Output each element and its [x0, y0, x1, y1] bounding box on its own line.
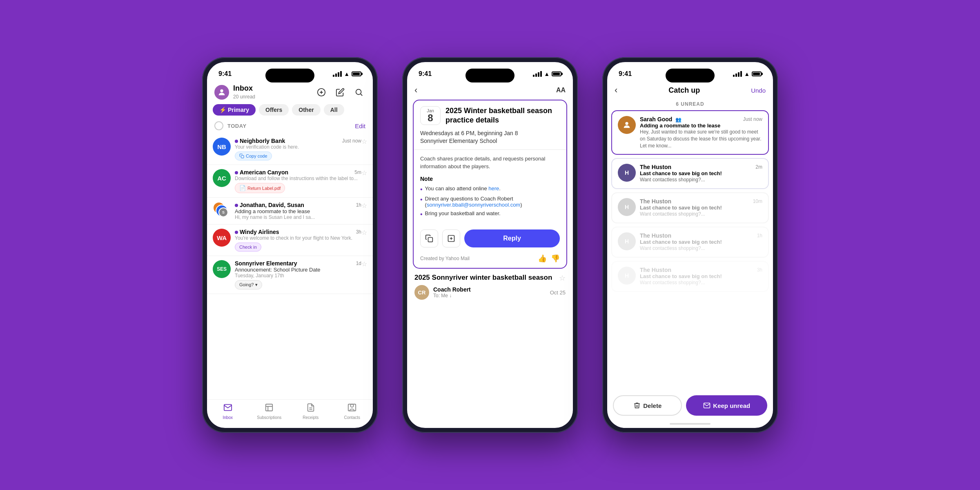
select-circle[interactable]	[214, 121, 223, 130]
search-icon[interactable]	[352, 86, 365, 99]
user-avatar[interactable]	[214, 85, 229, 100]
catchup-content-huston-1: The Huston 2m Last chance to save big on…	[640, 164, 762, 183]
catchup-time: 2m	[755, 164, 762, 170]
battery-icon	[552, 71, 561, 76]
catchup-back-button[interactable]: ‹	[615, 85, 617, 96]
catchup-avatar-huston-4: H	[618, 267, 636, 285]
catchup-title: Catch up	[668, 86, 700, 95]
star-icon[interactable]: ☆	[361, 169, 367, 177]
original-meta: CR Coach Robert To: Me ↓ Oct 25	[414, 285, 566, 300]
card-actions: Reply	[414, 225, 566, 252]
catchup-top: The Huston 1h	[640, 232, 762, 239]
screen-2: 9:41 ▲ ‹ AA Jan 8 2025	[407, 62, 573, 428]
compose-icon[interactable]	[315, 86, 328, 99]
status-icons-2: ▲	[533, 71, 561, 77]
screen-1: 9:41 ▲ Inbox 20 unread	[207, 62, 373, 428]
email-content-jds: Jonathan, David, Susan 1h Adding a roomm…	[235, 202, 361, 220]
catchup-content-huston-4: The Huston 3h Last chance to save big on…	[640, 267, 762, 286]
catchup-subject: Last chance to save big on tech!	[640, 239, 762, 245]
undo-button[interactable]: Undo	[751, 87, 766, 94]
card-title: 2025 Winter basketball season practice d…	[445, 106, 560, 125]
bullet-dot: •	[420, 210, 423, 218]
nav-contacts[interactable]: Contacts	[332, 403, 373, 420]
email-item-american[interactable]: AC American Canyon 5m Download and follo…	[207, 165, 373, 198]
catchup-item-huston-4[interactable]: H The Huston 3h Last chance to save big …	[611, 261, 769, 292]
inbox-title: Inbox	[233, 84, 255, 93]
phone-3: 9:41 ▲ ‹ Catch up Undo 6 UNREAD	[602, 57, 778, 433]
email-item-jds[interactable]: J D S Jonathan, David, Susan 1h Adding a…	[207, 198, 373, 225]
email-content-windy: Windy Airlines 3h You're welcome to chec…	[235, 229, 361, 252]
email-meta: ☆	[361, 169, 367, 177]
inbox-title-row: Inbox 20 unread	[214, 84, 255, 100]
font-size-button[interactable]: AA	[556, 87, 566, 94]
bullet-dot: •	[420, 185, 423, 193]
star-icon[interactable]: ☆	[361, 229, 367, 236]
edit-button[interactable]: Edit	[355, 122, 365, 129]
svg-point-17	[625, 122, 628, 125]
bullet-1: • You can also attend online here.	[420, 185, 560, 193]
edit-icon[interactable]	[334, 86, 347, 99]
email-item-windy[interactable]: WA Windy Airlines 3h You're welcome to c…	[207, 225, 373, 256]
catchup-preview: Want contactless shopping?...	[640, 245, 762, 252]
avatar-american: AC	[213, 169, 231, 187]
star-icon[interactable]: ☆	[361, 260, 367, 268]
reply-button[interactable]: Reply	[464, 229, 560, 247]
tab-all[interactable]: All	[324, 104, 344, 116]
email-item-neighborly[interactable]: NB Neighborly Bank Just now Your verific…	[207, 134, 373, 165]
subscriptions-nav-icon	[265, 403, 274, 414]
inbox-subtitle: 20 unread	[233, 94, 255, 100]
chip-copy-code[interactable]: Copy code	[235, 151, 272, 160]
nav-receipts[interactable]: Receipts	[290, 403, 332, 420]
catchup-preview: Want contactless shopping?...	[640, 211, 762, 218]
phone-1: 9:41 ▲ Inbox 20 unread	[202, 57, 378, 433]
card-top: Jan 8 2025 Winter basketball season prac…	[414, 100, 566, 129]
bullet-text-1: You can also attend online here.	[425, 185, 501, 192]
status-icons-1: ▲	[333, 71, 361, 77]
tab-offers[interactable]: Offers	[259, 104, 289, 116]
email-preview: Tuesday, January 17th	[235, 273, 361, 278]
copy-action-button[interactable]	[420, 229, 438, 247]
email-content-neighborly: Neighborly Bank Just now Your verificati…	[235, 138, 361, 160]
catchup-content-sarah: Sarah Good 👥 Just now Adding a roommate …	[640, 116, 762, 149]
chip-return-label[interactable]: 📄 Return Label.pdf	[235, 183, 285, 193]
catchup-subject: Last chance to save big on tech!	[640, 273, 762, 279]
bullet-text-3: Bring your basketball and water.	[425, 210, 501, 216]
catchup-item-sarah[interactable]: Sarah Good 👥 Just now Adding a roommate …	[611, 110, 769, 155]
email-preview: You're welcome to check in for your flig…	[235, 235, 361, 241]
delete-button[interactable]: Delete	[613, 395, 682, 416]
thumbs-down-icon[interactable]: 👎	[551, 254, 560, 263]
home-bar	[670, 423, 710, 425]
star-icon[interactable]: ☆	[361, 138, 367, 145]
inbox-nav-label: Inbox	[223, 415, 233, 420]
catchup-item-huston-3[interactable]: H The Huston 1h Last chance to save big …	[611, 227, 769, 258]
catchup-name: The Huston	[640, 164, 671, 170]
signal-icon	[533, 71, 542, 77]
keep-unread-button[interactable]: Keep unread	[686, 395, 767, 416]
here-link[interactable]: here	[488, 185, 499, 192]
chip-check-in[interactable]: Check in	[235, 243, 261, 252]
catchup-name: The Huston	[640, 198, 671, 205]
catchup-subject: Last chance to save big on tech!	[640, 205, 762, 211]
original-star-icon[interactable]: ☆	[559, 274, 566, 283]
add-action-button[interactable]	[442, 229, 460, 247]
inbox-tabs: ⚡ Primary Offers Other All	[207, 104, 373, 120]
back-button[interactable]: ‹	[414, 85, 417, 96]
tab-primary[interactable]: ⚡ Primary	[213, 104, 256, 116]
nav-inbox[interactable]: Inbox	[207, 403, 249, 420]
email-item-sonnyriver[interactable]: SES Sonnyriver Elementary 1d Announcemen…	[207, 256, 373, 294]
chip-going[interactable]: Going? ▾	[235, 280, 262, 290]
catchup-top: The Huston 2m	[640, 164, 762, 170]
tab-other[interactable]: Other	[292, 104, 320, 116]
wifi-icon: ▲	[544, 71, 550, 77]
thumbs-up-icon[interactable]: 👍	[538, 254, 547, 263]
catchup-item-huston-1[interactable]: H The Huston 2m Last chance to save big …	[611, 158, 769, 189]
unread-badge: 6 UNREAD	[607, 100, 773, 110]
catchup-item-huston-2[interactable]: H The Huston 10m Last chance to save big…	[611, 192, 769, 223]
catchup-avatar-sarah	[618, 116, 636, 134]
nav-subscriptions[interactable]: Subscriptions	[249, 403, 290, 420]
date-day: 8	[422, 113, 439, 123]
email-time: 5m	[354, 169, 361, 175]
star-icon[interactable]: ☆	[361, 202, 367, 209]
email-link[interactable]: sonnyriver.bball@sonnyriverschool.com	[427, 202, 520, 208]
unread-dot	[235, 204, 238, 207]
